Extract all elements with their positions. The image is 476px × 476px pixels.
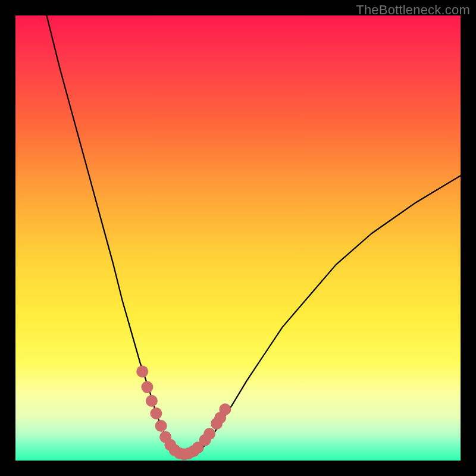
- bottleneck-curve: [46, 15, 461, 455]
- bottleneck-plot: [15, 15, 461, 461]
- highlighted-points: [136, 365, 231, 460]
- watermark-text: TheBottleneck.com: [356, 2, 470, 18]
- marker-dot: [203, 428, 215, 440]
- marker-dot: [150, 408, 162, 419]
- marker-dot: [146, 395, 158, 407]
- marker-dot: [141, 381, 153, 393]
- marker-dot: [155, 420, 167, 432]
- marker-dot: [136, 365, 148, 377]
- chart-frame: [15, 15, 461, 461]
- marker-dot: [219, 403, 231, 415]
